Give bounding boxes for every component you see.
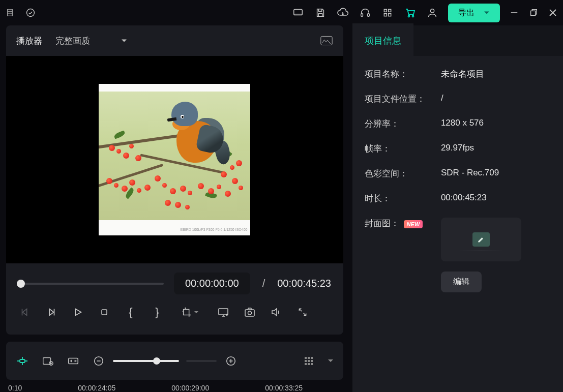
window-close-icon[interactable] <box>548 8 558 18</box>
svg-rect-2 <box>361 14 363 17</box>
zoom-out-icon[interactable] <box>92 354 106 368</box>
tab-project-info[interactable]: 项目信息 <box>352 23 413 56</box>
info-panel: 项目信息 项目名称： 未命名项目 项目文件位置： / 分辨率： 1280 x 5… <box>352 25 563 392</box>
svg-rect-13 <box>102 310 107 315</box>
quality-select[interactable]: 完整画质 <box>50 32 133 50</box>
value-project-path: / <box>441 93 443 105</box>
transport-bar: 00:00:00:00 / 00:00:45:23 <box>6 263 343 328</box>
time-mark: 00:00:29:00 <box>171 384 209 392</box>
svg-point-10 <box>430 9 434 13</box>
svg-rect-29 <box>308 360 310 362</box>
label-project-path: 项目文件位置： <box>365 93 441 105</box>
fit-width-icon[interactable] <box>66 354 80 368</box>
track-view-icon[interactable] <box>302 354 316 368</box>
step-back-icon[interactable] <box>18 306 32 319</box>
fullscreen-icon[interactable] <box>296 306 309 319</box>
video-preview[interactable]: EBIRD 100L/F3 F300 F5.6 1/1250 ISO400 <box>6 56 343 263</box>
value-fps: 29.97fps <box>441 143 474 155</box>
timeline-ruler: 0:10 00:00:24:05 00:00:29:00 00:00:33:25 <box>6 380 343 392</box>
window-minimize-icon[interactable] <box>509 8 519 18</box>
svg-point-9 <box>412 16 414 17</box>
zoom-slider[interactable] <box>113 360 179 362</box>
mark-in-icon[interactable]: { <box>124 306 137 319</box>
grid-icon[interactable] <box>381 6 394 19</box>
svg-rect-14 <box>184 310 189 315</box>
player-header: 播放器 完整画质 <box>6 25 343 56</box>
timeline-toolbar <box>6 342 343 380</box>
quality-label: 完整画质 <box>55 35 90 47</box>
step-forward-icon[interactable] <box>45 306 58 319</box>
more-options-icon[interactable] <box>327 354 334 368</box>
svg-rect-31 <box>305 363 307 365</box>
svg-rect-33 <box>311 363 313 365</box>
crop-dropdown-icon[interactable] <box>177 306 203 319</box>
new-badge: NEW <box>404 220 423 228</box>
svg-rect-27 <box>311 357 313 359</box>
window-maximize-icon[interactable] <box>528 8 539 18</box>
display-settings-icon[interactable] <box>217 306 230 319</box>
top-toolbar: 目 导出 <box>0 0 563 25</box>
marker-tool-icon[interactable] <box>41 354 55 368</box>
label-thumbnail: 封面图： NEW <box>365 218 441 229</box>
player-title: 播放器 <box>16 35 42 47</box>
label-duration: 时长： <box>365 193 441 204</box>
svg-rect-3 <box>368 14 370 17</box>
svg-rect-12 <box>321 36 332 45</box>
export-button[interactable]: 导出 <box>448 4 500 22</box>
mark-out-icon[interactable]: } <box>151 306 164 319</box>
zoom-in-icon[interactable] <box>224 354 238 368</box>
save-icon[interactable] <box>314 6 327 19</box>
video-frame-content: EBIRD 100L/F3 F300 F5.6 1/1250 ISO400 <box>99 84 250 235</box>
user-icon[interactable] <box>426 6 439 19</box>
svg-rect-32 <box>308 363 310 365</box>
play-icon[interactable] <box>71 306 84 319</box>
image-scope-icon[interactable] <box>320 34 333 47</box>
label-fps: 帧率： <box>365 143 441 155</box>
total-duration: 00:00:45:23 <box>277 278 331 289</box>
svg-rect-26 <box>308 357 310 359</box>
snapshot-icon[interactable] <box>243 306 256 319</box>
player-panel: 播放器 完整画质 <box>6 25 343 335</box>
export-label: 导出 <box>458 8 475 18</box>
svg-rect-7 <box>389 14 391 16</box>
chevron-down-icon <box>121 37 128 44</box>
edit-thumbnail-button[interactable]: 编辑 <box>441 272 482 292</box>
volume-icon[interactable] <box>270 306 283 319</box>
label-resolution: 分辨率： <box>365 118 441 130</box>
svg-point-18 <box>248 311 252 315</box>
svg-rect-19 <box>20 359 25 363</box>
svg-rect-11 <box>531 11 536 15</box>
check-circle-icon[interactable] <box>25 8 36 18</box>
svg-rect-22 <box>69 358 78 364</box>
svg-rect-5 <box>389 9 391 12</box>
svg-point-0 <box>27 9 35 17</box>
time-separator: / <box>260 278 268 289</box>
svg-rect-17 <box>245 310 254 316</box>
time-mark: 00:00:24:05 <box>78 384 115 392</box>
thumbnail-preview[interactable] <box>441 218 521 261</box>
svg-rect-25 <box>305 357 307 359</box>
svg-rect-28 <box>305 360 307 362</box>
value-colorspace: SDR - Rec.709 <box>441 168 499 179</box>
stop-icon[interactable] <box>98 306 111 319</box>
pencil-icon <box>472 232 490 247</box>
cloud-download-icon[interactable] <box>336 6 349 19</box>
device-icon[interactable] <box>291 6 305 19</box>
label-colorspace: 色彩空间： <box>365 168 441 179</box>
svg-rect-4 <box>384 9 387 12</box>
value-duration: 00:00:45:23 <box>441 193 487 204</box>
menu-glyph[interactable]: 目 <box>5 8 15 18</box>
current-time: 00:00:00:00 <box>174 273 250 294</box>
zoom-control <box>92 354 238 368</box>
auto-cut-icon[interactable] <box>15 354 29 368</box>
value-resolution: 1280 x 576 <box>441 118 484 130</box>
svg-point-16 <box>226 314 227 315</box>
time-mark: 00:00:33:25 <box>265 384 303 392</box>
scrub-slider[interactable] <box>18 283 164 285</box>
chevron-down-icon <box>484 10 490 16</box>
value-project-name: 未命名项目 <box>441 68 484 80</box>
cart-icon[interactable] <box>403 6 417 19</box>
svg-point-8 <box>408 16 410 17</box>
svg-rect-30 <box>311 360 313 362</box>
headphones-icon[interactable] <box>359 6 372 19</box>
